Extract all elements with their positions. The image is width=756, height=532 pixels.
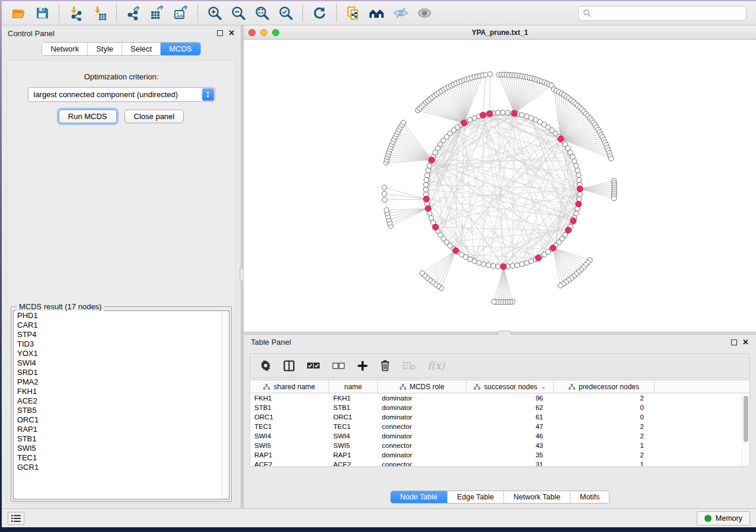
refresh-view-icon[interactable]: [311, 4, 328, 22]
table-panel-title: Table Panel: [251, 338, 291, 347]
network-leaf-node: [384, 207, 389, 212]
network-node: [429, 216, 433, 220]
table-toolbar: f(x): [250, 353, 750, 378]
export-image-icon[interactable]: [172, 4, 190, 22]
memory-button[interactable]: Memory: [697, 511, 750, 525]
show-column-panel-icon[interactable]: [283, 360, 295, 371]
mcds-result-item[interactable]: SWI4: [14, 358, 229, 368]
mcds-list-scrollbar[interactable]: [221, 311, 229, 499]
table-row[interactable]: STB1STB1dominator620: [250, 403, 749, 412]
tab-network[interactable]: Network: [42, 43, 87, 55]
column-header-shared-name[interactable]: shared name: [250, 380, 329, 393]
mcds-result-item[interactable]: GCR1: [14, 463, 229, 472]
mcds-result-item[interactable]: SRD1: [14, 368, 229, 377]
save-session-icon[interactable]: [33, 4, 51, 22]
toolbar-separator: [59, 4, 59, 22]
tab-node-table[interactable]: Node Table: [391, 491, 447, 503]
clone-network-icon[interactable]: [344, 4, 362, 22]
search-input[interactable]: [594, 9, 742, 17]
zoom-selected-icon[interactable]: [277, 4, 295, 22]
table-settings-gear-icon[interactable]: [260, 360, 272, 371]
export-network-icon[interactable]: [125, 4, 142, 22]
close-panel-button[interactable]: Close panel: [125, 110, 184, 123]
optimization-criterion-label: Optimization criterion:: [7, 72, 235, 81]
network-node: [427, 164, 432, 168]
mcds-result-item[interactable]: YOX1: [14, 349, 229, 358]
cell-name: SWI5: [329, 442, 378, 449]
show-panels-list-button[interactable]: [8, 512, 24, 525]
first-neighbors-icon[interactable]: [368, 4, 386, 22]
mcds-result-item[interactable]: STP4: [14, 330, 229, 339]
network-node: [423, 187, 428, 192]
mcds-result-item[interactable]: CAR1: [14, 321, 229, 330]
mcds-result-list[interactable]: PHD1CAR1STP4TID3YOX1SWI4SRD1PMA2FKH1ACE2…: [13, 310, 229, 499]
delete-column-trash-icon[interactable]: [380, 360, 390, 371]
float-panel-icon[interactable]: [217, 30, 223, 36]
table-vertical-scrollbar[interactable]: [742, 394, 749, 466]
open-file-icon[interactable]: [9, 4, 27, 22]
control-panel-title: Control Panel: [8, 29, 55, 38]
table-row[interactable]: ORC1ORC1dominator610: [250, 412, 749, 422]
zoom-in-icon[interactable]: [206, 4, 224, 22]
column-header-successor-nodes[interactable]: successor nodes⌄: [467, 380, 554, 393]
close-table-panel-icon[interactable]: ✕: [742, 339, 749, 345]
tab-motifs[interactable]: Motifs: [570, 491, 609, 503]
network-node: [578, 192, 582, 197]
network-node: [529, 259, 534, 264]
network-mcds-node: [570, 218, 576, 224]
table-row[interactable]: RAP1RAP1dominator352: [250, 450, 749, 460]
cell-shared-name: TEC1: [250, 423, 329, 430]
mcds-result-item[interactable]: STB5: [14, 406, 229, 415]
mcds-result-item[interactable]: RAP1: [14, 425, 229, 434]
hide-selected-icon[interactable]: [392, 4, 410, 22]
mcds-result-item[interactable]: PMA2: [14, 377, 229, 387]
import-table-icon[interactable]: [91, 4, 109, 22]
table-row[interactable]: SWI4SWI4dominator462: [250, 431, 749, 441]
cell-MCDS-role: dominator: [378, 404, 467, 411]
mcds-result-item[interactable]: SWI5: [14, 444, 229, 453]
column-header-MCDS-role[interactable]: MCDS role: [378, 380, 467, 393]
column-header-name[interactable]: name: [329, 380, 378, 393]
mcds-result-item[interactable]: TID3: [14, 339, 229, 349]
table-row[interactable]: ACE2ACE2connector311: [250, 460, 749, 467]
float-table-panel-icon[interactable]: [731, 339, 737, 345]
tab-network-table[interactable]: Network Table: [503, 491, 570, 503]
criterion-dropdown[interactable]: largest connected component (undirected)…: [28, 87, 215, 102]
zoom-out-icon[interactable]: [229, 4, 247, 22]
mcds-result-item[interactable]: TEC1: [14, 453, 229, 463]
cell-successor-nodes: 47: [467, 423, 554, 430]
cell-shared-name: FKH1: [250, 395, 329, 402]
mcds-result-item[interactable]: ACE2: [14, 396, 229, 406]
table-scrollbar-thumb[interactable]: [744, 396, 748, 442]
column-header-predecessor-nodes[interactable]: predecessor nodes: [554, 380, 655, 393]
run-mcds-button[interactable]: Run MCDS: [59, 110, 117, 123]
export-table-icon[interactable]: [148, 4, 166, 22]
close-panel-icon[interactable]: ✕: [228, 30, 235, 36]
network-titlebar[interactable]: YPA_prune.txt_1: [244, 25, 756, 40]
network-mcds-node: [423, 196, 429, 202]
network-title: YPA_prune.txt_1: [244, 28, 756, 37]
tab-mcds[interactable]: MCDS: [160, 43, 200, 55]
deselect-all-rows-icon[interactable]: [332, 361, 345, 370]
search-field[interactable]: [578, 6, 747, 21]
import-network-icon[interactable]: [67, 4, 85, 22]
create-column-plus-icon[interactable]: [357, 360, 368, 371]
show-all-icon[interactable]: [416, 4, 433, 22]
mcds-result-item[interactable]: STB1: [14, 434, 229, 444]
table-row[interactable]: SWI5SWI5connector431: [250, 441, 749, 450]
cell-name: SWI4: [329, 432, 378, 440]
tab-select[interactable]: Select: [122, 43, 160, 55]
table-row[interactable]: TEC1TEC1connector472: [250, 422, 749, 431]
mcds-result-item[interactable]: FKH1: [14, 387, 229, 396]
tab-edge-table[interactable]: Edge Table: [447, 491, 503, 503]
memory-label: Memory: [716, 514, 742, 523]
mcds-result-item[interactable]: ORC1: [14, 415, 229, 425]
zoom-fit-icon[interactable]: [253, 4, 271, 22]
select-all-rows-icon[interactable]: [307, 361, 320, 370]
network-canvas[interactable]: [244, 40, 756, 332]
tab-style[interactable]: Style: [87, 43, 122, 55]
network-view[interactable]: [244, 40, 756, 332]
mcds-result-item[interactable]: PHD1: [14, 311, 229, 321]
table-row[interactable]: FKH1FKH1dominator962: [250, 393, 749, 403]
network-node: [573, 164, 578, 168]
